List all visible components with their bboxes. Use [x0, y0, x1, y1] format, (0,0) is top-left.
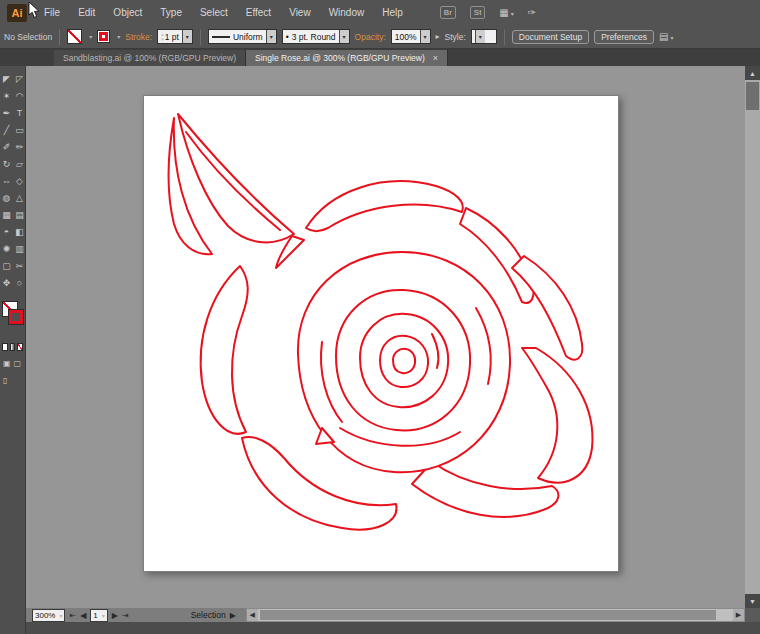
pen-tool[interactable]: ✒: [0, 104, 13, 121]
previous-artboard-icon[interactable]: ◀: [80, 611, 86, 620]
selection-tool[interactable]: ◤: [0, 70, 13, 87]
fill-dropdown-arrow-icon[interactable]: ▾: [89, 33, 92, 40]
menu-bar: Ai File Edit Object Type Select Effect V…: [0, 0, 760, 26]
artboard-tool[interactable]: ▢: [0, 257, 13, 274]
menu-edit[interactable]: Edit: [69, 0, 104, 25]
zoom-tool[interactable]: ○: [13, 274, 26, 291]
menu-select[interactable]: Select: [191, 0, 237, 25]
rotate-tool[interactable]: ↻: [0, 155, 13, 172]
last-artboard-icon[interactable]: ⇥: [122, 611, 129, 620]
eyedropper-tool[interactable]: ◓: [0, 223, 13, 240]
first-artboard-icon[interactable]: ⇤: [69, 611, 76, 620]
rose-petal-path[interactable]: [512, 256, 582, 360]
width-profile-arrow[interactable]: ▾: [266, 30, 276, 43]
opacity-panel-chevron-icon[interactable]: ▸: [436, 32, 440, 41]
rose-petal-path[interactable]: [412, 462, 558, 517]
tab-sandblasting[interactable]: Sandblasting.ai @ 100% (RGB/GPU Preview): [54, 50, 246, 66]
draw-normal-icon[interactable]: ▣: [3, 359, 11, 368]
magic-wand-tool[interactable]: ✶: [0, 87, 13, 104]
column-graph-tool[interactable]: ▥: [13, 240, 26, 257]
bridge-icon[interactable]: Br: [440, 6, 456, 19]
vertical-scrollbar[interactable]: ▲ ▼: [745, 66, 760, 608]
stroke-label[interactable]: Stroke:: [125, 32, 152, 42]
screen-mode-icon[interactable]: ▯: [3, 376, 7, 385]
arrange-documents-icon[interactable]: ▦▾: [499, 7, 513, 18]
feather-icon[interactable]: ✑: [528, 7, 536, 18]
vertical-scroll-thumb[interactable]: [746, 82, 759, 110]
scroll-left-icon[interactable]: ◀: [247, 609, 258, 621]
horizontal-scroll-thumb[interactable]: [260, 610, 716, 620]
tab-close-icon[interactable]: ×: [433, 53, 438, 63]
scale-tool[interactable]: ▱: [13, 155, 26, 172]
style-dropdown[interactable]: ▾: [471, 29, 497, 44]
stroke-color-red-swatch[interactable]: [9, 310, 23, 324]
stroke-weight-stepper[interactable]: ▴ ▾: [161, 32, 164, 42]
menu-window[interactable]: Window: [320, 0, 374, 25]
zoom-level-field[interactable]: 300% ▾: [32, 609, 65, 622]
stroke-weight-field[interactable]: ▴ ▾ 1 pt ▾: [157, 29, 193, 44]
zoom-dropdown-arrow[interactable]: ▾: [59, 612, 62, 619]
free-transform-tool[interactable]: ◇: [13, 172, 26, 189]
next-artboard-icon[interactable]: ▶: [112, 611, 118, 620]
preferences-button[interactable]: Preferences: [594, 30, 654, 44]
opacity-field[interactable]: 100% ▾: [391, 29, 431, 44]
scroll-right-icon[interactable]: ▶: [733, 609, 744, 621]
color-button[interactable]: [2, 343, 8, 351]
rectangle-tool[interactable]: ▭: [13, 121, 26, 138]
rose-petal-path[interactable]: [201, 266, 248, 434]
app-logo-icon[interactable]: Ai: [7, 4, 27, 22]
pencil-tool[interactable]: ✏: [13, 138, 26, 155]
rose-outline-artwork[interactable]: [144, 96, 618, 571]
artboard-number-field[interactable]: 1 ▾: [90, 609, 107, 622]
menu-effect[interactable]: Effect: [237, 0, 280, 25]
stroke-dropdown-arrow-icon[interactable]: ▾: [117, 33, 120, 40]
artboard-dropdown-arrow[interactable]: ▾: [102, 612, 105, 619]
artboard[interactable]: [143, 95, 619, 572]
brush-definition-dropdown[interactable]: • 3 pt. Round ▾: [282, 29, 350, 44]
hand-tool[interactable]: ✥: [0, 274, 13, 291]
rose-center-path[interactable]: [393, 349, 415, 373]
shape-builder-tool[interactable]: ◍: [0, 189, 13, 206]
brush-definition-arrow[interactable]: ▾: [339, 30, 349, 43]
stock-icon[interactable]: St: [470, 6, 486, 19]
spin-down-icon[interactable]: ▾: [161, 37, 164, 42]
opacity-dropdown[interactable]: ▾: [420, 30, 430, 43]
status-menu-icon[interactable]: ▶: [230, 611, 236, 620]
stroke-weight-dropdown[interactable]: ▾: [182, 30, 192, 43]
opacity-label[interactable]: Opacity:: [355, 32, 386, 42]
scroll-up-icon[interactable]: ▲: [745, 66, 760, 80]
type-tool[interactable]: T: [13, 104, 26, 121]
menu-help[interactable]: Help: [373, 0, 412, 25]
mesh-tool[interactable]: ▦: [0, 206, 13, 223]
slice-tool[interactable]: ✂: [13, 257, 26, 274]
tab-single-rose[interactable]: Single Rose.ai @ 300% (RGB/GPU Preview) …: [246, 50, 448, 66]
fill-swatch-none[interactable]: [67, 29, 82, 44]
gradient-button[interactable]: [10, 343, 16, 351]
style-dropdown-arrow[interactable]: ▾: [475, 30, 485, 43]
pasteboard[interactable]: [26, 66, 745, 608]
blend-tool[interactable]: ◧: [13, 223, 26, 240]
gradient-tool[interactable]: ▤: [13, 206, 26, 223]
rose-petal-path[interactable]: [522, 348, 592, 483]
line-segment-tool[interactable]: ╱: [0, 121, 13, 138]
panel-options-icon[interactable]: ▤▾: [659, 31, 673, 42]
rose-petal-path[interactable]: [306, 181, 463, 231]
lasso-tool[interactable]: ◠: [13, 87, 26, 104]
horizontal-scroll-track[interactable]: [258, 609, 733, 621]
menu-type[interactable]: Type: [151, 0, 191, 25]
scroll-down-icon[interactable]: ▼: [745, 594, 760, 608]
stroke-swatch[interactable]: [97, 30, 110, 43]
document-setup-button[interactable]: Document Setup: [512, 30, 589, 44]
perspective-grid-tool[interactable]: △: [13, 189, 26, 206]
draw-behind-icon[interactable]: ▢: [14, 359, 22, 368]
paintbrush-tool[interactable]: ✐: [0, 138, 13, 155]
none-button[interactable]: [17, 343, 23, 351]
direct-selection-tool[interactable]: ◸: [13, 70, 26, 87]
rose-leaf-path[interactable]: [178, 114, 294, 242]
menu-object[interactable]: Object: [104, 0, 151, 25]
width-tool[interactable]: ⇔: [0, 172, 13, 189]
width-profile-dropdown[interactable]: Uniform ▾: [208, 29, 277, 44]
horizontal-scrollbar[interactable]: ◀ ▶: [246, 608, 745, 622]
symbol-sprayer-tool[interactable]: ✺: [0, 240, 13, 257]
menu-view[interactable]: View: [280, 0, 320, 25]
